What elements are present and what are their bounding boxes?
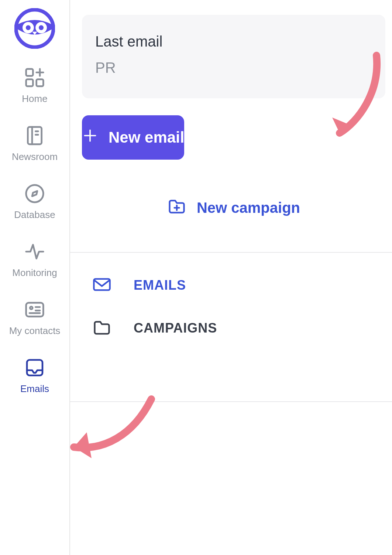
new-email-button[interactable]: New email bbox=[82, 115, 184, 160]
svg-rect-10 bbox=[28, 127, 41, 144]
contact-card-icon bbox=[24, 299, 45, 320]
app-logo-owl-icon bbox=[14, 8, 55, 49]
notebook-icon bbox=[24, 125, 45, 146]
sidebar-item-emails[interactable]: Emails bbox=[20, 357, 49, 395]
sidebar-item-database[interactable]: Database bbox=[14, 183, 55, 221]
folder-plus-icon bbox=[167, 197, 186, 219]
svg-point-4 bbox=[39, 25, 44, 30]
inbox-icon bbox=[24, 357, 45, 378]
sidebar-item-monitoring[interactable]: Monitoring bbox=[12, 241, 57, 279]
svg-rect-5 bbox=[26, 69, 33, 76]
svg-point-14 bbox=[26, 185, 44, 202]
last-email-subject: PR bbox=[95, 59, 372, 76]
sidebar-item-label: Home bbox=[22, 93, 47, 105]
sidebar-item-label: Monitoring bbox=[12, 267, 57, 279]
app-root: Home Newsroom Database bbox=[0, 0, 392, 555]
main-panel: Last email PR New email New campaign bbox=[70, 0, 392, 555]
tab-emails[interactable]: EMAILS bbox=[92, 275, 392, 296]
sidebar: Home Newsroom Database bbox=[0, 0, 70, 555]
svg-rect-25 bbox=[94, 279, 110, 290]
last-email-title: Last email bbox=[95, 33, 372, 50]
new-campaign-label: New campaign bbox=[197, 200, 300, 216]
tab-label: CAMPAIGNS bbox=[134, 320, 217, 336]
tab-campaigns[interactable]: CAMPAIGNS bbox=[92, 318, 392, 338]
tab-label: EMAILS bbox=[134, 278, 186, 293]
sidebar-item-label: Emails bbox=[20, 383, 49, 395]
svg-rect-7 bbox=[37, 79, 44, 86]
sidebar-item-home[interactable]: Home bbox=[22, 67, 47, 105]
svg-point-16 bbox=[30, 307, 32, 309]
sidebar-item-my-contacts[interactable]: My contacts bbox=[9, 299, 61, 337]
sidebar-item-label: Newsroom bbox=[12, 151, 58, 163]
svg-point-3 bbox=[26, 25, 31, 30]
compass-icon bbox=[24, 183, 45, 204]
svg-rect-6 bbox=[26, 79, 33, 86]
new-campaign-button[interactable]: New campaign bbox=[82, 189, 385, 226]
sidebar-item-label: My contacts bbox=[9, 325, 61, 337]
new-email-label: New email bbox=[109, 129, 184, 146]
folder-icon bbox=[92, 318, 111, 338]
category-list: EMAILS CAMPAIGNS bbox=[70, 253, 392, 375]
grid-plus-icon bbox=[24, 67, 45, 88]
section-divider bbox=[70, 401, 392, 402]
sidebar-item-newsroom[interactable]: Newsroom bbox=[12, 125, 58, 163]
plus-icon bbox=[82, 127, 98, 147]
last-email-card[interactable]: Last email PR bbox=[82, 15, 385, 98]
activity-icon bbox=[24, 241, 45, 262]
sidebar-item-label: Database bbox=[14, 209, 55, 221]
envelope-icon bbox=[92, 275, 111, 296]
svg-rect-15 bbox=[26, 303, 44, 316]
